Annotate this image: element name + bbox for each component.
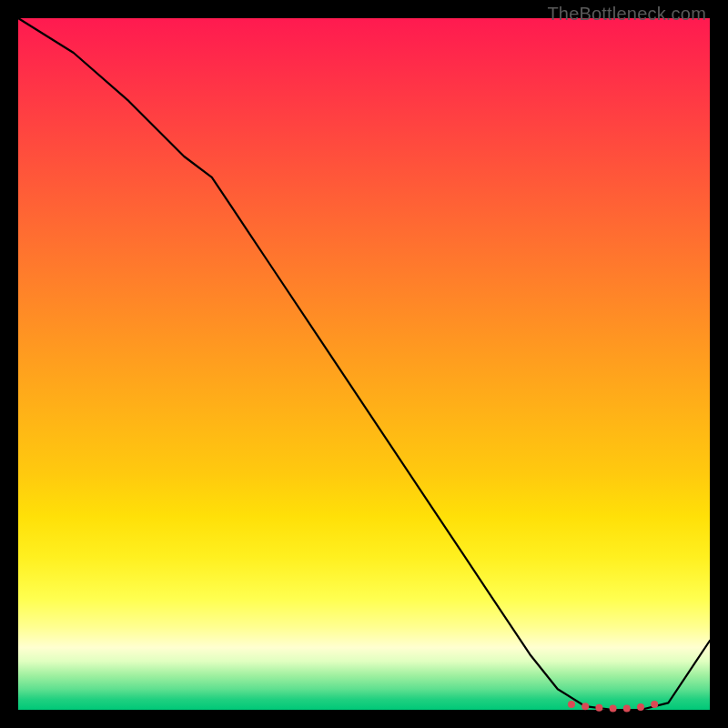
optimal-markers (568, 701, 658, 713)
optimal-marker-dot (595, 704, 602, 712)
optimal-marker-dot (568, 701, 575, 708)
chart-svg (18, 18, 710, 710)
optimal-marker-dot (651, 701, 658, 708)
chart-container: TheBottleneck.com (0, 0, 728, 728)
optimal-marker-dot (581, 703, 589, 710)
bottleneck-curve (18, 18, 710, 710)
optimal-marker-dot (623, 704, 631, 712)
optimal-marker-dot (637, 703, 644, 711)
optimal-marker-dot (610, 704, 617, 712)
